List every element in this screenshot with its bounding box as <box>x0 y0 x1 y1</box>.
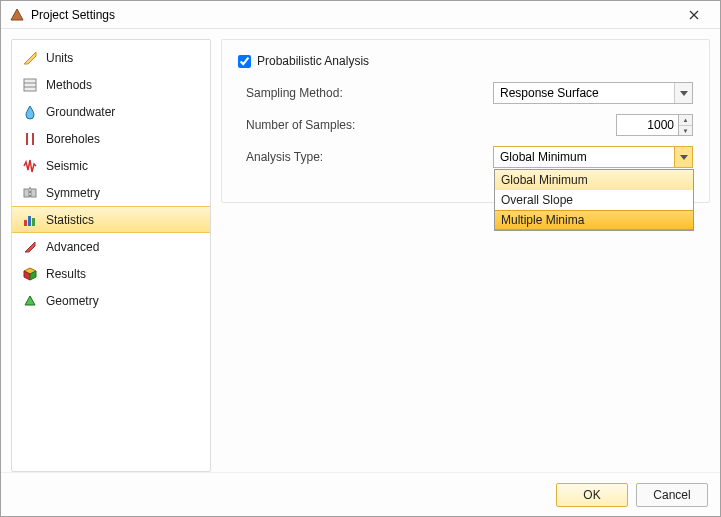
probabilistic-checkbox-row: Probabilistic Analysis <box>238 54 693 68</box>
spinner-up[interactable]: ▲ <box>679 115 692 125</box>
close-icon <box>689 10 699 20</box>
advanced-icon <box>22 239 38 255</box>
droplet-icon <box>22 104 38 120</box>
svg-marker-21 <box>680 155 688 160</box>
sidebar-item-label: Groundwater <box>46 105 115 119</box>
cube-icon <box>22 266 38 282</box>
svg-marker-15 <box>25 242 35 252</box>
spinner-buttons: ▲ ▼ <box>678 114 693 136</box>
svg-rect-13 <box>28 216 31 226</box>
cancel-button[interactable]: Cancel <box>636 483 708 507</box>
grid-icon <box>22 77 38 93</box>
svg-marker-3 <box>24 52 36 64</box>
spinner-down[interactable]: ▼ <box>679 125 692 135</box>
dialog-footer: OK Cancel <box>1 472 720 516</box>
svg-marker-0 <box>11 9 23 20</box>
content-area: Units Methods Groundwater Boreholes Seis… <box>1 29 720 472</box>
symmetry-icon <box>22 185 38 201</box>
sidebar-item-symmetry[interactable]: Symmetry <box>12 179 210 206</box>
sidebar-item-advanced[interactable]: Advanced <box>12 233 210 260</box>
number-of-samples-label: Number of Samples: <box>246 118 446 132</box>
sidebar-item-groundwater[interactable]: Groundwater <box>12 98 210 125</box>
sidebar-item-label: Seismic <box>46 159 88 173</box>
number-of-samples-input[interactable] <box>616 114 678 136</box>
main-panel: Probabilistic Analysis Sampling Method: … <box>221 39 710 472</box>
probabilistic-checkbox[interactable] <box>238 55 251 68</box>
sidebar-item-label: Symmetry <box>46 186 100 200</box>
sidebar-item-units[interactable]: Units <box>12 44 210 71</box>
svg-rect-4 <box>24 79 36 91</box>
svg-marker-19 <box>25 296 35 305</box>
ruler-icon <box>22 50 38 66</box>
sidebar-item-label: Boreholes <box>46 132 100 146</box>
analysis-type-option[interactable]: Global Minimum <box>495 170 693 190</box>
chevron-down-icon <box>674 83 692 103</box>
analysis-type-option[interactable]: Overall Slope <box>495 190 693 210</box>
sampling-method-combo[interactable]: Response Surface <box>493 82 693 104</box>
analysis-type-dropdown: Global Minimum Overall Slope Multiple Mi… <box>494 169 694 231</box>
sidebar-item-geometry[interactable]: Geometry <box>12 287 210 314</box>
svg-rect-10 <box>31 189 36 197</box>
sidebar-item-label: Geometry <box>46 294 99 308</box>
number-of-samples-row: Number of Samples: ▲ ▼ <box>246 114 693 136</box>
sidebar-item-statistics[interactable]: Statistics <box>12 206 210 233</box>
sampling-method-value: Response Surface <box>500 86 599 100</box>
svg-rect-14 <box>32 218 35 226</box>
close-button[interactable] <box>674 5 714 25</box>
sidebar-item-methods[interactable]: Methods <box>12 71 210 98</box>
analysis-type-value: Global Minimum <box>500 150 587 164</box>
analysis-type-label: Analysis Type: <box>246 150 446 164</box>
titlebar: Project Settings <box>1 1 720 29</box>
waveform-icon <box>22 158 38 174</box>
sidebar-item-results[interactable]: Results <box>12 260 210 287</box>
svg-rect-7 <box>26 133 28 145</box>
svg-rect-8 <box>32 133 34 145</box>
app-icon <box>9 7 25 23</box>
analysis-type-option[interactable]: Multiple Minima <box>495 210 693 230</box>
sampling-method-row: Sampling Method: Response Surface <box>246 82 693 104</box>
barchart-icon <box>22 212 38 228</box>
window-title: Project Settings <box>31 8 115 22</box>
project-settings-dialog: Project Settings Units Methods Groundwat… <box>0 0 721 517</box>
chevron-down-icon <box>674 147 692 167</box>
sidebar-item-label: Units <box>46 51 73 65</box>
ok-button[interactable]: OK <box>556 483 628 507</box>
svg-rect-9 <box>24 189 29 197</box>
analysis-type-row: Analysis Type: Global Minimum Global Min… <box>246 146 693 168</box>
probabilistic-label: Probabilistic Analysis <box>257 54 369 68</box>
sidebar-item-label: Results <box>46 267 86 281</box>
sidebar-item-label: Statistics <box>46 213 94 227</box>
analysis-type-combo[interactable]: Global Minimum Global Minimum Overall Sl… <box>493 146 693 168</box>
sidebar-item-label: Methods <box>46 78 92 92</box>
sidebar-item-label: Advanced <box>46 240 99 254</box>
sidebar: Units Methods Groundwater Boreholes Seis… <box>11 39 211 472</box>
statistics-panel: Probabilistic Analysis Sampling Method: … <box>221 39 710 203</box>
svg-marker-20 <box>680 91 688 96</box>
sampling-method-label: Sampling Method: <box>246 86 446 100</box>
svg-rect-12 <box>24 220 27 226</box>
sidebar-item-boreholes[interactable]: Boreholes <box>12 125 210 152</box>
shape-icon <box>22 293 38 309</box>
borehole-icon <box>22 131 38 147</box>
sidebar-item-seismic[interactable]: Seismic <box>12 152 210 179</box>
